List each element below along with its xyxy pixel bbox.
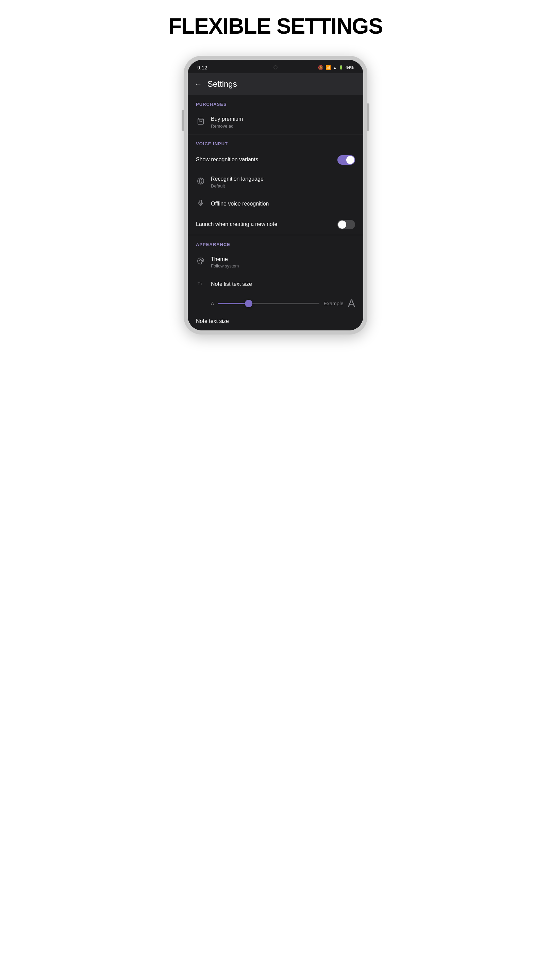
settings-item-launch-new-note[interactable]: Launch when creating a new note — [188, 215, 363, 235]
buy-premium-content: Buy premium Remove ad — [211, 116, 355, 129]
recognition-language-title: Recognition language — [211, 176, 355, 183]
page-title: FLEXIBLE SETTINGS — [168, 14, 383, 39]
svg-point-6 — [200, 259, 202, 260]
section-purchases: PURCHASES — [188, 95, 363, 110]
settings-title: Settings — [208, 79, 237, 89]
svg-point-5 — [199, 260, 200, 261]
note-list-text-size-title: Note list text size — [211, 281, 355, 288]
mic-icon — [196, 199, 205, 209]
svg-point-7 — [202, 260, 202, 261]
theme-subtitle: Follow system — [211, 263, 355, 269]
offline-voice-title: Offline voice recognition — [211, 200, 355, 208]
show-recognition-toggle[interactable] — [337, 155, 355, 165]
status-time: 9:12 — [197, 65, 207, 70]
slider-large-label: A — [348, 297, 355, 310]
settings-item-note-text-size[interactable]: Note text size — [188, 312, 363, 331]
camera-cutout — [273, 65, 278, 69]
theme-title: Theme — [211, 256, 355, 263]
slider-row: A — [188, 294, 363, 312]
offline-voice-content: Offline voice recognition — [211, 200, 355, 208]
svg-rect-2 — [200, 200, 202, 204]
cart-icon — [196, 118, 205, 127]
buy-premium-title: Buy premium — [211, 116, 355, 123]
text-size-icon: Tт — [196, 279, 205, 289]
text-size-slider[interactable] — [218, 299, 319, 308]
status-icons: 🔕 📶 ▲ 🔋 64% — [318, 65, 354, 70]
theme-content: Theme Follow system — [211, 256, 355, 269]
app-header: ← Settings — [188, 73, 363, 95]
section-voice-input: VOICE INPUT — [188, 134, 363, 150]
settings-item-recognition-language[interactable]: Recognition language Default — [188, 170, 363, 194]
slider-filled — [218, 303, 248, 304]
phone-frame: 9:12 🔕 📶 ▲ 🔋 64% ← Settings PURCHASES — [184, 56, 367, 334]
svg-text:Tт: Tт — [198, 281, 202, 286]
settings-item-theme[interactable]: Theme Follow system — [188, 250, 363, 274]
slider-example-text: Example — [324, 301, 344, 306]
palette-icon — [196, 257, 205, 267]
slider-thumb[interactable] — [245, 300, 252, 307]
show-recognition-content: Show recognition variants — [196, 156, 332, 163]
note-text-size-title: Note text size — [196, 318, 355, 325]
section-appearance: APPEARANCE — [188, 235, 363, 250]
slider-small-label: A — [211, 301, 214, 306]
globe-icon — [196, 177, 205, 187]
toggle-on[interactable] — [337, 155, 355, 165]
signal-icon: ▲ — [333, 66, 337, 70]
note-list-text-size-content: Note list text size — [211, 281, 355, 288]
phone-screen: 9:12 🔕 📶 ▲ 🔋 64% ← Settings PURCHASES — [188, 60, 363, 331]
launch-new-note-toggle[interactable] — [337, 220, 355, 229]
settings-item-offline-voice[interactable]: Offline voice recognition — [188, 194, 363, 215]
launch-new-note-title: Launch when creating a new note — [196, 221, 332, 228]
battery-percent: 64% — [346, 65, 354, 70]
toggle-knob — [346, 156, 354, 164]
wifi-icon: 📶 — [326, 65, 331, 70]
settings-content: PURCHASES Buy premium Remove ad VOICE I — [188, 95, 363, 331]
toggle-off[interactable] — [337, 220, 355, 229]
mute-icon: 🔕 — [318, 65, 324, 70]
show-recognition-title: Show recognition variants — [196, 156, 332, 163]
recognition-language-content: Recognition language Default — [211, 176, 355, 189]
toggle-knob-off — [338, 221, 346, 229]
buy-premium-subtitle: Remove ad — [211, 124, 355, 129]
settings-item-show-recognition[interactable]: Show recognition variants — [188, 150, 363, 170]
slider-track — [218, 303, 319, 304]
note-text-size-content: Note text size — [196, 318, 355, 325]
settings-item-note-list-text-size[interactable]: Tт Note list text size — [188, 274, 363, 294]
recognition-language-subtitle: Default — [211, 183, 355, 189]
status-bar: 9:12 🔕 📶 ▲ 🔋 64% — [188, 60, 363, 73]
back-button[interactable]: ← — [195, 80, 202, 89]
launch-new-note-content: Launch when creating a new note — [196, 221, 332, 228]
battery-icon: 🔋 — [339, 65, 343, 70]
settings-item-buy-premium[interactable]: Buy premium Remove ad — [188, 110, 363, 134]
